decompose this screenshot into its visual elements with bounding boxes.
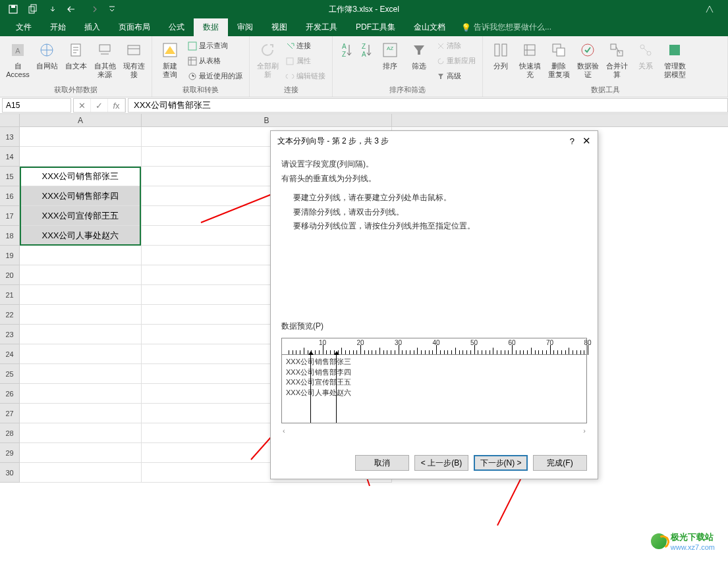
fx-icon[interactable]: fx [108, 99, 125, 112]
remove-duplicates-button[interactable]: 删除 重复项 [545, 38, 573, 84]
tab-home[interactable]: 开始 [41, 18, 75, 37]
sort-button[interactable]: AZ排序 [376, 38, 404, 84]
advanced-filter-button[interactable]: 高级 [434, 70, 478, 82]
back-button[interactable]: < 上一步(B) [414, 455, 468, 471]
ruler[interactable]: 1020304050607080 [281, 338, 587, 354]
cell[interactable] [20, 404, 142, 423]
row-header[interactable]: 22 [0, 305, 20, 325]
sort-asc-button[interactable]: AZ [337, 38, 355, 84]
clear-filter-button[interactable]: 清除 [434, 40, 478, 52]
filter-button[interactable]: 筛选 [405, 38, 433, 84]
tab-pdf[interactable]: PDF工具集 [347, 18, 405, 37]
cell[interactable] [20, 423, 142, 443]
column-header-a[interactable]: A [20, 114, 142, 126]
refresh-all-button[interactable]: 全部刷新 [254, 38, 281, 84]
tab-formula[interactable]: 公式 [159, 18, 194, 37]
row-header[interactable]: 20 [0, 265, 20, 285]
relationships-button[interactable]: 关系 [632, 38, 659, 84]
cancel-icon[interactable]: ✕ [74, 99, 91, 112]
consolidate-button[interactable]: 合并计算 [603, 38, 630, 84]
cell[interactable] [20, 246, 142, 265]
new-query-button[interactable]: 新建 查询 [156, 38, 184, 84]
next-button[interactable]: 下一步(N) > [474, 455, 528, 471]
cell[interactable] [20, 344, 142, 364]
row-header[interactable]: 28 [0, 423, 20, 443]
from-access-button[interactable]: A自 Access [4, 38, 32, 84]
data-model-button[interactable]: 管理数 据模型 [661, 38, 688, 84]
cell[interactable] [20, 127, 142, 147]
preview-box[interactable]: XXX公司销售部张三XXX公司销售部李四XXX公司宣传部王五XXX公司人事处赵六 [281, 354, 587, 423]
show-queries-button[interactable]: 显示查询 [185, 40, 245, 52]
tab-dev[interactable]: 开发工具 [296, 18, 347, 37]
row-header[interactable]: 14 [0, 147, 20, 167]
from-text-button[interactable]: 自文本 [62, 38, 90, 84]
flash-fill-button[interactable]: 快速填充 [516, 38, 544, 84]
enter-icon[interactable]: ✓ [91, 99, 108, 112]
cell[interactable] [20, 285, 142, 305]
cancel-button[interactable]: 取消 [355, 455, 409, 471]
cell[interactable] [20, 463, 142, 483]
formula-input[interactable]: XXX公司销售部张三 [128, 98, 728, 113]
help-icon[interactable]: ? [570, 136, 574, 146]
dialog-titlebar[interactable]: 文本分列向导 - 第 2 步，共 3 步 ? ✕ [271, 131, 598, 151]
row-header[interactable]: 16 [0, 186, 20, 206]
cell[interactable]: XXX公司宣传部王五 [20, 206, 142, 226]
row-header[interactable]: 26 [0, 384, 20, 404]
finish-button[interactable]: 完成(F) [533, 455, 587, 471]
copy-icon[interactable] [26, 3, 40, 16]
properties-button[interactable]: 属性 [283, 55, 328, 67]
tab-review[interactable]: 审阅 [228, 18, 262, 37]
edit-links-button[interactable]: 编辑链接 [283, 70, 328, 82]
row-header[interactable]: 18 [0, 226, 20, 246]
from-table-button[interactable]: 从表格 [185, 55, 245, 67]
row-header[interactable]: 24 [0, 344, 20, 364]
row-header[interactable]: 17 [0, 206, 20, 226]
cell[interactable]: XXX公司人事处赵六 [20, 226, 142, 246]
select-all-corner[interactable] [0, 114, 20, 126]
cell[interactable]: XXX公司销售部张三 [20, 167, 142, 186]
row-header[interactable]: 15 [0, 167, 20, 186]
tab-layout[interactable]: 页面布局 [109, 18, 159, 37]
tab-data[interactable]: 数据 [194, 18, 228, 37]
row-header[interactable]: 19 [0, 246, 20, 265]
from-web-button[interactable]: 自网站 [33, 38, 61, 84]
tab-insert[interactable]: 插入 [75, 18, 109, 37]
column-break-line[interactable] [310, 355, 311, 423]
name-box[interactable]: A15 [2, 98, 71, 113]
column-break-line[interactable] [336, 355, 337, 423]
title-right-icon[interactable] [704, 4, 728, 14]
row-header[interactable]: 30 [0, 463, 20, 483]
recent-sources-button[interactable]: 最近使用的源 [185, 70, 245, 82]
row-header[interactable]: 25 [0, 364, 20, 384]
row-header[interactable]: 29 [0, 443, 20, 463]
redo-icon[interactable] [86, 3, 99, 16]
cell[interactable] [20, 305, 142, 325]
row-header[interactable]: 27 [0, 404, 20, 423]
column-header-b[interactable]: B [142, 114, 392, 126]
reapply-button[interactable]: 重新应用 [434, 55, 478, 67]
tab-file[interactable]: 文件 [7, 18, 41, 37]
existing-conn-button[interactable]: 现有连接 [120, 38, 148, 84]
cell[interactable] [20, 265, 142, 285]
tell-me-search[interactable]: 💡 告诉我您想要做什么... [461, 22, 551, 33]
text-to-columns-button[interactable]: 分列 [487, 38, 515, 84]
row-header[interactable]: 13 [0, 127, 20, 147]
tab-view[interactable]: 视图 [262, 18, 296, 37]
cell[interactable]: XXX公司销售部李四 [20, 186, 142, 206]
cell[interactable] [20, 325, 142, 344]
cell[interactable] [20, 443, 142, 463]
tab-wps[interactable]: 金山文档 [405, 18, 455, 37]
save-icon[interactable] [7, 3, 20, 16]
sort-desc-button[interactable]: ZA [356, 38, 375, 84]
qat-dropdown-icon[interactable] [105, 3, 119, 16]
close-icon[interactable]: ✕ [582, 135, 591, 147]
data-validation-button[interactable]: 数据验 证 [574, 38, 602, 84]
touch-icon[interactable] [46, 3, 59, 16]
cell[interactable] [20, 147, 142, 167]
cell[interactable] [20, 364, 142, 384]
undo-icon[interactable] [66, 3, 79, 16]
row-header[interactable]: 21 [0, 285, 20, 305]
row-header[interactable]: 23 [0, 325, 20, 344]
cell[interactable] [20, 384, 142, 404]
connections-button[interactable]: 连接 [283, 40, 328, 52]
